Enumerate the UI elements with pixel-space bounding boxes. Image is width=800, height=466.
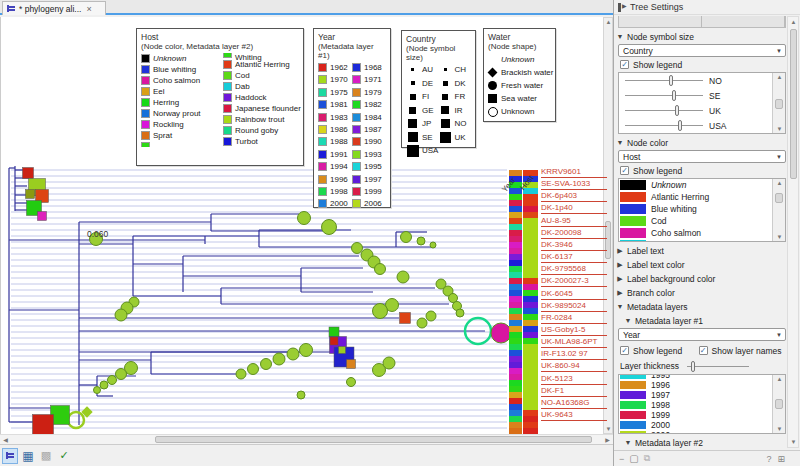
year-legend[interactable]: Year (Metadata layer #1) 196219681970197… [313, 28, 391, 208]
tree-view-button[interactable] [2, 448, 18, 464]
leaf-label[interactable]: DK-6137 [541, 252, 607, 263]
tree-node-circle[interactable] [116, 369, 127, 380]
node-color-row[interactable]: Atlantic Herring [619, 191, 772, 203]
tree-node-square[interactable] [38, 212, 47, 221]
help-button[interactable]: ? [766, 454, 771, 464]
tree-node-circle[interactable] [297, 391, 305, 399]
tree-node-circle[interactable] [383, 357, 395, 369]
node-color-row[interactable]: Dab [619, 239, 772, 241]
tree-node-circle[interactable] [401, 232, 412, 243]
layer1-show-legend[interactable]: ✓ Show legend [620, 345, 695, 356]
tree-node-circle[interactable] [417, 318, 427, 328]
leaf-label[interactable]: SE-SVA-1033 [541, 179, 607, 190]
tree-node-circle[interactable] [298, 212, 311, 225]
tree-node-circle[interactable] [456, 309, 464, 317]
node-color-dropdown[interactable]: Host▼ [618, 150, 786, 163]
layer1-year-row[interactable]: 1997 [619, 390, 772, 400]
section-metadata-layer-1[interactable]: ▼ Metadata layer #1 [624, 315, 788, 326]
duplicate-layer-icon[interactable]: ⧉ [644, 453, 650, 464]
tab-phylogeny[interactable]: * phylogeny ali... × [2, 1, 106, 15]
sidebar-header[interactable]: Tree Settings [614, 0, 800, 15]
tree-node-circle[interactable] [287, 348, 299, 360]
layer1-show-layer-names[interactable]: ✓ Show layer names [699, 345, 788, 356]
node-symbol-size-dropdown[interactable]: Country▼ [618, 44, 786, 57]
tree-node-circle[interactable] [491, 323, 511, 343]
leaf-label[interactable]: IR-F13.02 97 [541, 349, 607, 360]
leaf-label[interactable]: FR-0284 [541, 313, 607, 324]
layer1-year-row[interactable]: 2000 [619, 420, 772, 430]
leaf-label[interactable]: DK-200098 [541, 228, 607, 239]
layer1-year-row[interactable]: 1999 [619, 410, 772, 420]
section-node-color[interactable]: ▼ Node color [616, 137, 788, 148]
tree-node-circle[interactable] [397, 271, 409, 283]
layer-thickness-slider[interactable] [687, 366, 749, 367]
section-metadata-layer-2[interactable]: ▼ Metadata layer #2 [624, 437, 788, 448]
node-color-row[interactable]: Cod [619, 215, 772, 227]
tree-node-square[interactable] [329, 327, 339, 337]
tree-node-circle[interactable] [94, 387, 101, 394]
sidebar-scrollbar[interactable]: ▲ ▼ [787, 16, 799, 448]
leaf-label[interactable]: UK-9643 [541, 410, 607, 421]
new-layer-icon[interactable]: ▢ [629, 453, 638, 464]
tree-node-square[interactable] [347, 360, 356, 369]
leaf-label[interactable]: DK-200027-3 [541, 276, 607, 287]
leaf-label[interactable]: DK-6045 [541, 289, 607, 300]
node-color-row[interactable]: Coho salmon [619, 227, 772, 239]
tree-node-circle[interactable] [248, 364, 259, 375]
layer1-scrollbar[interactable]: ▲ ▼ [772, 375, 785, 433]
size-slider-row[interactable]: USA [619, 118, 772, 133]
leaf-label[interactable]: DK-6p403 [541, 191, 607, 202]
layer1-year-row[interactable]: 1998 [619, 400, 772, 410]
tree-node-square[interactable] [330, 337, 338, 345]
leaf-label[interactable]: DK-3946 [541, 240, 607, 251]
host-legend[interactable]: Host (Node color, Metadata layer #2) Unk… [136, 28, 304, 166]
symbol-size-show-legend[interactable]: ✓ Show legend [620, 59, 788, 70]
tree-node-circle-open[interactable] [68, 412, 84, 428]
section-label-text[interactable]: ▶Label text [616, 245, 788, 256]
checkbox-checked-icon[interactable]: ✓ [620, 346, 629, 355]
node-color-row[interactable]: Blue whiting [619, 203, 772, 215]
node-color-show-legend[interactable]: ✓ Show legend [620, 165, 788, 176]
metadata-layer1-dropdown[interactable]: Year▼ [618, 328, 786, 341]
tree-node-square[interactable] [33, 415, 54, 435]
layer1-year-row[interactable]: 2006 [619, 430, 772, 433]
checkbox-checked-icon[interactable]: ✓ [699, 346, 708, 355]
tree-node-circle[interactable] [115, 309, 127, 321]
tree-node-square[interactable] [400, 313, 411, 324]
table-view-button[interactable]: ▦ [20, 448, 36, 464]
leaf-label[interactable]: AU-8-95 [541, 216, 607, 227]
tree-node-circle[interactable] [236, 369, 246, 379]
leaf-label[interactable]: UK-860-94 [541, 361, 607, 372]
country-legend[interactable]: Country (Node symbol size) AUCHDEDKFIFRG… [401, 30, 476, 148]
node-color-row[interactable]: Unknown [619, 179, 772, 191]
leaf-label[interactable]: UK-MLA98-6PT [541, 337, 607, 348]
section-label-text-color[interactable]: ▶Label text color [616, 259, 788, 270]
node-color-scrollbar[interactable]: ▲ ▼ [772, 179, 785, 241]
tree-node-circle[interactable] [417, 237, 425, 245]
collapse-panel-icon[interactable] [618, 3, 626, 12]
close-icon[interactable]: × [86, 4, 91, 14]
leaf-label[interactable]: DK-5123 [541, 374, 607, 385]
layer1-year-row[interactable]: 1996 [619, 380, 772, 390]
tree-node-circle[interactable] [430, 242, 436, 248]
tree-node-circle[interactable] [375, 264, 386, 275]
remove-layer-icon[interactable]: − [619, 454, 624, 464]
leaf-label[interactable]: US-Goby1-5 [541, 325, 607, 336]
report-view-button[interactable]: ✓ [56, 448, 72, 464]
tree-node-circle[interactable] [273, 353, 285, 365]
leaf-label[interactable]: DK-9795568 [541, 264, 607, 275]
canvas-horizontal-scrollbar[interactable]: ◀ ▶ [0, 434, 613, 444]
tree-node-circle[interactable] [373, 304, 388, 319]
water-legend[interactable]: Water (Node shape) UnknownBrackish water… [483, 28, 556, 122]
tree-node-circle[interactable] [108, 376, 117, 385]
tree-node-circle[interactable] [347, 378, 356, 387]
checkbox-checked-icon[interactable]: ✓ [620, 166, 629, 175]
tree-node-circle[interactable] [352, 243, 363, 254]
checkbox-checked-icon[interactable]: ✓ [620, 60, 629, 69]
tree-node-square[interactable] [26, 190, 35, 199]
size-slider-row[interactable]: UK [619, 103, 772, 118]
leaf-label[interactable]: KRRV9601 [541, 167, 607, 178]
leaf-label[interactable]: DK-1p40 [541, 203, 607, 214]
save-settings-icon[interactable]: ⊞ [777, 454, 785, 464]
size-slider-row[interactable]: NO [619, 73, 772, 88]
